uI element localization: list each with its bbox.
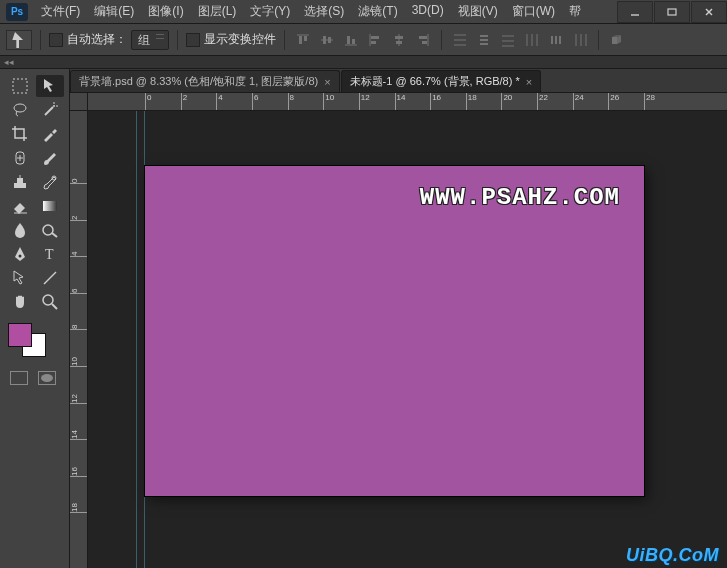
align-bottom-icon[interactable] xyxy=(341,30,361,50)
divider xyxy=(40,30,41,50)
document-tab[interactable]: 未标题-1 @ 66.7% (背景, RGB/8) * × xyxy=(341,70,542,92)
document-tabs: 背景墙.psd @ 8.33% (色相/饱和度 1, 图层蒙版/8) × 未标题… xyxy=(70,69,727,93)
brush-tool-icon[interactable] xyxy=(36,147,64,169)
quickmask-mode-icon[interactable] xyxy=(38,371,56,385)
menu-file[interactable]: 文件(F) xyxy=(34,0,87,24)
close-button[interactable] xyxy=(691,1,727,23)
document-tab[interactable]: 背景墙.psd @ 8.33% (色相/饱和度 1, 图层蒙版/8) × xyxy=(70,70,340,92)
tool-preset-button[interactable] xyxy=(6,30,32,50)
watermark: UiBQ.CoM xyxy=(626,545,719,566)
eyedropper-tool-icon[interactable] xyxy=(36,123,64,145)
svg-rect-14 xyxy=(371,36,379,39)
menu-filter[interactable]: 滤镜(T) xyxy=(351,0,404,24)
blur-tool-icon[interactable] xyxy=(6,219,34,241)
align-top-icon[interactable] xyxy=(293,30,313,50)
hand-tool-icon[interactable] xyxy=(6,291,34,313)
svg-rect-51 xyxy=(17,178,23,183)
svg-rect-5 xyxy=(299,36,302,44)
clone-stamp-tool-icon[interactable] xyxy=(6,171,34,193)
eraser-tool-icon[interactable] xyxy=(6,195,34,217)
3d-mode-icon[interactable] xyxy=(607,30,627,50)
distribute-top-icon[interactable] xyxy=(450,30,470,50)
svg-rect-34 xyxy=(551,36,553,44)
move-tool-icon[interactable] xyxy=(36,75,64,97)
svg-point-61 xyxy=(43,295,53,305)
svg-rect-55 xyxy=(43,201,57,211)
svg-line-57 xyxy=(52,233,57,237)
canvas[interactable]: WWW.PSAHZ.COM xyxy=(145,166,644,496)
auto-select-group: 自动选择： 组 xyxy=(49,30,169,50)
svg-rect-9 xyxy=(328,37,331,43)
lasso-tool-icon[interactable] xyxy=(6,99,34,121)
distribute-group xyxy=(450,30,590,50)
crop-tool-icon[interactable] xyxy=(6,123,34,145)
transform-controls-group: 显示变换控件 xyxy=(186,31,276,48)
gradient-tool-icon[interactable] xyxy=(36,195,64,217)
svg-rect-36 xyxy=(559,36,561,44)
auto-select-dropdown[interactable]: 组 xyxy=(131,30,169,50)
align-left-icon[interactable] xyxy=(365,30,385,50)
svg-rect-17 xyxy=(395,36,403,39)
menu-bar: 文件(F) 编辑(E) 图像(I) 图层(L) 文字(Y) 选择(S) 滤镜(T… xyxy=(34,0,616,24)
divider xyxy=(177,30,178,50)
svg-rect-15 xyxy=(371,41,376,44)
horizontal-ruler[interactable]: 0246810121416182022242628 xyxy=(88,93,727,111)
vertical-ruler[interactable]: 024681012141618 xyxy=(70,111,88,568)
menu-3d[interactable]: 3D(D) xyxy=(405,0,451,24)
menu-image[interactable]: 图像(I) xyxy=(141,0,190,24)
guide-line[interactable] xyxy=(136,111,137,568)
svg-rect-1 xyxy=(668,9,676,15)
pen-tool-icon[interactable] xyxy=(6,243,34,265)
canvas-text: WWW.PSAHZ.COM xyxy=(420,184,620,211)
align-vcenter-icon[interactable] xyxy=(317,30,337,50)
history-brush-tool-icon[interactable] xyxy=(36,171,64,193)
svg-line-43 xyxy=(45,107,53,115)
menu-layer[interactable]: 图层(L) xyxy=(191,0,244,24)
line-shape-tool-icon[interactable] xyxy=(36,267,64,289)
zoom-tool-icon[interactable] xyxy=(36,291,64,313)
close-icon[interactable]: × xyxy=(526,76,532,88)
svg-rect-8 xyxy=(323,36,326,44)
minimize-button[interactable] xyxy=(617,1,653,23)
distribute-hcenter-icon[interactable] xyxy=(546,30,566,50)
menu-edit[interactable]: 编辑(E) xyxy=(87,0,141,24)
transform-checkbox[interactable] xyxy=(186,33,200,47)
align-group xyxy=(293,30,433,50)
divider xyxy=(284,30,285,50)
distribute-vcenter-icon[interactable] xyxy=(474,30,494,50)
dodge-tool-icon[interactable] xyxy=(36,219,64,241)
menu-help[interactable]: 帮 xyxy=(562,0,588,24)
menu-select[interactable]: 选择(S) xyxy=(297,0,351,24)
path-selection-tool-icon[interactable] xyxy=(6,267,34,289)
transform-label: 显示变换控件 xyxy=(204,31,276,48)
panel-collapse-strip[interactable]: ◂◂ xyxy=(0,56,727,69)
svg-line-60 xyxy=(44,272,56,284)
standard-mode-icon[interactable] xyxy=(10,371,28,385)
align-right-icon[interactable] xyxy=(413,30,433,50)
distribute-right-icon[interactable] xyxy=(570,30,590,50)
color-swatches[interactable] xyxy=(0,315,69,365)
align-hcenter-icon[interactable] xyxy=(389,30,409,50)
svg-point-56 xyxy=(43,225,53,235)
auto-select-checkbox[interactable] xyxy=(49,33,63,47)
maximize-button[interactable] xyxy=(654,1,690,23)
type-tool-icon[interactable]: T xyxy=(36,243,64,265)
close-icon[interactable]: × xyxy=(324,76,330,88)
menu-type[interactable]: 文字(Y) xyxy=(243,0,297,24)
canvas-background[interactable]: WWW.PSAHZ.COM xyxy=(88,111,727,568)
ruler-origin[interactable] xyxy=(70,93,88,111)
svg-point-58 xyxy=(19,255,22,258)
marquee-tool-icon[interactable] xyxy=(6,75,34,97)
svg-rect-20 xyxy=(419,36,427,39)
auto-select-label: 自动选择： xyxy=(67,31,127,48)
magic-wand-tool-icon[interactable] xyxy=(36,99,64,121)
foreground-color[interactable] xyxy=(8,323,32,347)
svg-rect-26 xyxy=(480,39,488,41)
distribute-bottom-icon[interactable] xyxy=(498,30,518,50)
distribute-left-icon[interactable] xyxy=(522,30,542,50)
menu-window[interactable]: 窗口(W) xyxy=(505,0,562,24)
svg-point-42 xyxy=(14,104,26,112)
healing-brush-tool-icon[interactable] xyxy=(6,147,34,169)
main-area: T 背景墙.psd @ 8.33% (色相/饱和度 1, 图层蒙版/8) × 未… xyxy=(0,69,727,568)
menu-view[interactable]: 视图(V) xyxy=(451,0,505,24)
